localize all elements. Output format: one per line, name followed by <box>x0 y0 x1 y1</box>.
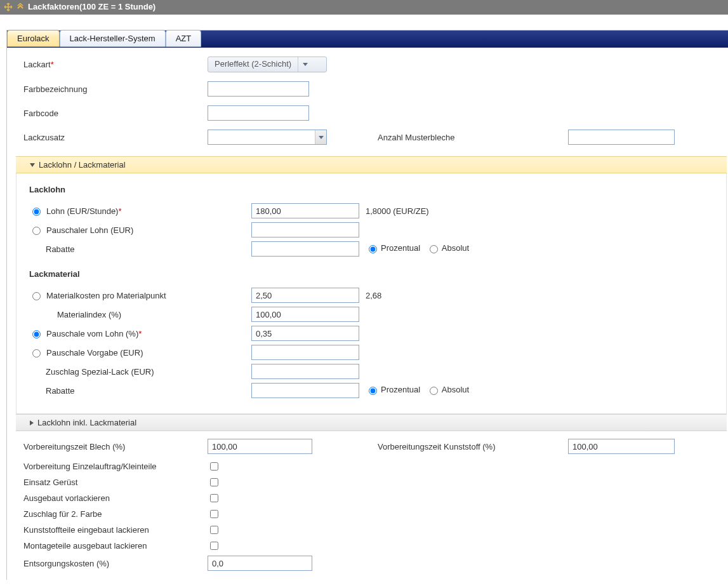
main-panel: Eurolack Lack-Hersteller-System AZT Lack… <box>6 30 728 580</box>
move-icon[interactable] <box>4 3 13 11</box>
zuschlag-spezial-input[interactable] <box>251 364 359 379</box>
blech-input[interactable] <box>208 439 312 454</box>
materialkosten-radio[interactable] <box>32 292 41 300</box>
einzel-checkbox[interactable] <box>210 462 218 471</box>
pauschale-vorgabe-radio[interactable] <box>32 349 41 357</box>
materialkosten-label: Materialkosten pro Materialpunkt <box>46 291 166 300</box>
rabatte1-prozentual-radio[interactable] <box>369 245 377 253</box>
accordion-title: Lacklohn / Lackmaterial <box>39 160 126 170</box>
geruest-label: Einsatz Gerüst <box>23 478 208 487</box>
rabatte-input-1[interactable] <box>251 241 359 257</box>
entsorgung-label: Entsorgungskosten (%) <box>23 559 208 568</box>
ausgebaut-checkbox[interactable] <box>210 494 218 502</box>
tab-azt[interactable]: AZT <box>166 30 202 47</box>
lackzusatz-label: Lackzusatz <box>23 133 208 142</box>
farbbezeichnung-label: Farbbezeichnung <box>23 84 208 94</box>
lackzusatz-value <box>208 130 315 144</box>
accordion-header-lacklohn-inkl[interactable]: Lacklohn inkl. Lackmaterial <box>16 414 727 431</box>
farbcode-input[interactable] <box>208 105 309 121</box>
panel-title: Lackfaktoren(100 ZE = 1 Stunde) <box>28 2 156 11</box>
tab-lack-hersteller-system[interactable]: Lack-Hersteller-System <box>60 30 166 47</box>
pauschale-vorgabe-label: Pauschale Vorgabe (EUR) <box>46 348 143 357</box>
lackzusatz-select[interactable] <box>208 130 327 145</box>
montageteile-checkbox[interactable] <box>210 542 218 550</box>
panel-header: Lackfaktoren(100 ZE = 1 Stunde) <box>0 0 728 15</box>
farbcode-label: Farbcode <box>23 109 208 118</box>
accordion-body: Lacklohn Lohn (EUR/Stunde)* 1,8000 (EUR/… <box>16 173 727 414</box>
montageteile-label: Montageteile ausgebaut lackieren <box>23 541 208 551</box>
pauschale-lohn-input[interactable] <box>251 326 359 341</box>
lohn-label: Lohn (EUR/Stunde)* <box>46 206 122 216</box>
chevron-down-icon <box>315 130 326 144</box>
materialindex-input <box>251 307 359 322</box>
farbbezeichnung-input[interactable] <box>208 81 309 97</box>
lackmaterial-heading: Lackmaterial <box>23 269 720 279</box>
triangle-down-icon <box>30 163 35 167</box>
lackart-label: Lackart* <box>23 60 208 69</box>
ausgebaut-label: Ausgebaut vorlackieren <box>23 493 208 503</box>
pauschale-lohn-label: Pauschale vom Lohn (%)* <box>46 329 142 338</box>
entsorgung-input[interactable] <box>208 556 312 571</box>
kunststoffteile-checkbox[interactable] <box>210 526 218 534</box>
geruest-checkbox[interactable] <box>210 478 218 486</box>
lacklohn-heading: Lacklohn <box>23 185 720 194</box>
lackart-select[interactable]: Perleffekt (2-Schicht) <box>208 57 327 72</box>
musterbleche-label: Anzahl Musterbleche <box>378 133 568 142</box>
lohn-radio[interactable] <box>32 208 41 216</box>
kunststoff-label: Vorbereitungszeit Kunststoff (%) <box>378 442 568 451</box>
accordion-lacklohn-lackmaterial: Lacklohn / Lackmaterial Lacklohn Lohn (E… <box>16 156 727 431</box>
chevron-down-icon <box>298 57 312 72</box>
musterbleche-input <box>568 130 675 145</box>
pauschale-lohn-radio[interactable] <box>32 330 41 338</box>
zweite-farbe-checkbox[interactable] <box>210 510 218 518</box>
pauschaler-lohn-radio[interactable] <box>32 227 41 235</box>
tab-eurolack[interactable]: Eurolack <box>7 30 60 47</box>
lohn-input[interactable] <box>251 203 359 218</box>
rabatte-label-2: Rabatte <box>46 386 75 396</box>
tab-bar: Eurolack Lack-Hersteller-System AZT <box>7 30 728 48</box>
lackart-value: Perleffekt (2-Schicht) <box>208 57 298 72</box>
blech-label: Vorbereitungszeit Blech (%) <box>23 442 208 451</box>
einzel-label: Vorbereitung Einzelauftrag/Kleinteile <box>23 462 208 471</box>
materialkosten-info: 2,68 <box>359 291 381 300</box>
rabatte2-prozentual-radio[interactable] <box>369 387 377 395</box>
accordion-title-2: Lacklohn inkl. Lackmaterial <box>37 418 136 427</box>
materialindex-label: Materialindex (%) <box>57 310 121 319</box>
pauschale-vorgabe-input <box>251 345 359 360</box>
triangle-right-icon <box>30 420 34 425</box>
collapse-icon[interactable] <box>16 3 25 11</box>
materialkosten-input <box>251 288 359 303</box>
pauschaler-lohn-label: Pauschaler Lohn (EUR) <box>46 225 133 235</box>
rabatte-label-1: Rabatte <box>46 244 75 254</box>
kunststoff-input[interactable] <box>568 439 675 454</box>
zuschlag-spezial-label: Zuschlag Spezial-Lack (EUR) <box>46 367 154 377</box>
kunststoffteile-label: Kunststoffteile eingebaut lackieren <box>23 525 208 535</box>
zweite-farbe-label: Zuschlag für 2. Farbe <box>23 509 208 519</box>
accordion-header-lacklohn[interactable]: Lacklohn / Lackmaterial <box>16 156 727 173</box>
rabatte2-absolut-radio[interactable] <box>430 387 438 395</box>
rabatte1-absolut-radio[interactable] <box>430 245 438 253</box>
tab-content: Lackart* Perleffekt (2-Schicht) Farbbeze… <box>7 48 728 580</box>
lohn-info: 1,8000 (EUR/ZE) <box>359 206 429 216</box>
pauschaler-lohn-input <box>251 222 359 237</box>
rabatte-input-2[interactable] <box>251 383 359 398</box>
